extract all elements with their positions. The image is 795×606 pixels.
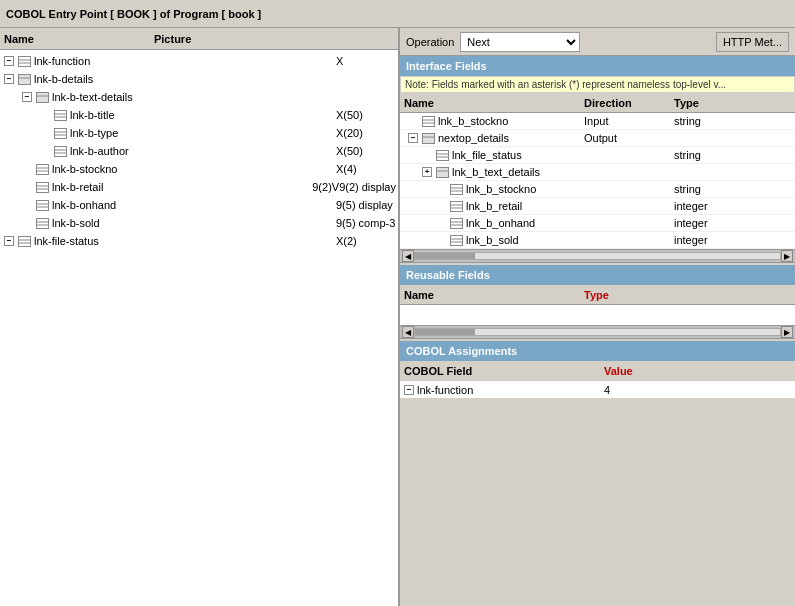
http-met-button[interactable]: HTTP Met...: [716, 32, 789, 52]
tree-item-picture: X(4): [316, 163, 396, 175]
scroll-right-arrow[interactable]: ▶: [781, 250, 793, 262]
reusable-fields-title: Reusable Fields: [406, 269, 490, 281]
toggle-minus-icon[interactable]: −: [4, 236, 14, 246]
tree-item-name: lnk-b-sold: [52, 217, 100, 229]
toggle-minus-icon[interactable]: −: [4, 74, 14, 84]
field-icon: [449, 234, 463, 246]
toggle-minus-icon[interactable]: −: [408, 133, 418, 143]
tree-row[interactable]: − lnk-b-title X(50): [0, 106, 398, 124]
svg-rect-50: [450, 235, 462, 245]
scrollbar-track[interactable]: [414, 252, 781, 260]
svg-rect-13: [54, 146, 66, 156]
col-name-header: Name: [404, 97, 584, 109]
group-icon: [435, 166, 449, 178]
svg-rect-39: [436, 167, 448, 177]
svg-rect-31: [422, 116, 434, 126]
tree-row[interactable]: − lnk-b-type X(20): [0, 124, 398, 142]
reusable-fields-table-header: Name Type: [400, 285, 795, 305]
svg-rect-19: [36, 182, 48, 192]
svg-rect-41: [450, 184, 462, 194]
iface-item-name: lnk_b_retail: [466, 200, 522, 212]
operation-label: Operation: [406, 36, 454, 48]
field-icon: [35, 181, 49, 193]
tree-item-picture: 9(5) display: [316, 199, 396, 211]
tree-item-name: lnk-b-author: [70, 145, 129, 157]
scrollbar-track[interactable]: [414, 328, 781, 336]
toggle-minus-icon[interactable]: −: [4, 56, 14, 66]
cobol-col-field-header: COBOL Field: [404, 365, 604, 377]
tree-row[interactable]: − lnk-b-retail 9(2)V9(2) display: [0, 178, 398, 196]
tree-item-name: lnk-file-status: [34, 235, 99, 247]
svg-rect-36: [436, 150, 448, 160]
tree-item-picture: X(20): [316, 127, 396, 139]
iface-item-name: lnk_b_onhand: [466, 217, 535, 229]
tree-item-name: lnk-b-title: [70, 109, 115, 121]
cobol-assignments-header: COBOL Assignments: [400, 341, 795, 361]
scrollbar-thumb[interactable]: [415, 253, 475, 259]
tree-row[interactable]: − lnk-b-details: [0, 70, 398, 88]
field-icon: [35, 199, 49, 211]
svg-rect-25: [36, 218, 48, 228]
group-icon: [17, 73, 31, 85]
interface-fields-title: Interface Fields: [406, 60, 487, 72]
tree-row[interactable]: − lnk-b-text-details: [0, 88, 398, 106]
svg-rect-3: [18, 74, 30, 84]
field-icon: [53, 145, 67, 157]
left-panel: Name Picture − lnk-function X −: [0, 28, 400, 606]
scrollbar-thumb[interactable]: [415, 329, 475, 335]
tree-row[interactable]: − lnk-b-stockno X(4): [0, 160, 398, 178]
toggle-plus-icon[interactable]: +: [422, 167, 432, 177]
iface-row[interactable]: − lnk_b_onhand integer: [400, 215, 795, 232]
reusable-fields-scrollbar[interactable]: ◀ ▶: [400, 325, 795, 339]
scroll-left-arrow[interactable]: ◀: [402, 250, 414, 262]
field-icon: [17, 55, 31, 67]
tree-container[interactable]: − lnk-function X −: [0, 50, 398, 606]
tree-row[interactable]: − lnk-b-sold 9(5) comp-3: [0, 214, 398, 232]
tree-item-picture: X(50): [316, 109, 396, 121]
tree-row[interactable]: − lnk-file-status X(2): [0, 232, 398, 250]
iface-row[interactable]: − lnk_b_retail integer: [400, 198, 795, 215]
scroll-left-arrow[interactable]: ◀: [402, 326, 414, 338]
svg-rect-0: [18, 56, 30, 66]
iface-row[interactable]: − nextop_details Output: [400, 130, 795, 147]
svg-rect-10: [54, 128, 66, 138]
field-icon: [53, 127, 67, 139]
tree-item-picture: X(50): [316, 145, 396, 157]
iface-item-name: lnk_file_status: [452, 149, 522, 161]
iface-row[interactable]: + lnk_b_text_details: [400, 164, 795, 181]
toggle-minus-icon[interactable]: −: [404, 385, 414, 395]
operation-bar: Operation Next HTTP Met...: [400, 28, 795, 56]
right-panel: Operation Next HTTP Met... Interface Fie…: [400, 28, 795, 606]
svg-rect-16: [36, 164, 48, 174]
interface-fields-table-header: Name Direction Type: [400, 93, 795, 113]
iface-row[interactable]: − lnk_b_stockno Input string: [400, 113, 795, 130]
svg-rect-5: [36, 92, 48, 102]
tree-row[interactable]: − lnk-b-author X(50): [0, 142, 398, 160]
window-title-bar: COBOL Entry Point [ BOOK ] of Program [ …: [0, 0, 795, 28]
tree-row[interactable]: − lnk-b-onhand 9(5) display: [0, 196, 398, 214]
svg-rect-34: [422, 133, 434, 143]
scroll-right-arrow[interactable]: ▶: [781, 326, 793, 338]
interface-fields-scrollbar[interactable]: ◀ ▶: [400, 249, 795, 263]
iface-type: string: [674, 149, 791, 161]
toggle-minus-icon[interactable]: −: [22, 92, 32, 102]
name-column-header: Name: [4, 33, 34, 45]
tree-item-name: lnk-b-onhand: [52, 199, 116, 211]
cobol-assignments-table-header: COBOL Field Value: [400, 361, 795, 381]
field-icon: [449, 183, 463, 195]
iface-type: string: [674, 183, 791, 195]
field-icon: [435, 149, 449, 161]
iface-row[interactable]: − lnk_b_stockno string: [400, 181, 795, 198]
interface-fields-note: Note: Fields marked with an asterisk (*)…: [400, 76, 795, 93]
cobol-value: 4: [604, 384, 791, 396]
iface-type: integer: [674, 200, 791, 212]
cobol-row[interactable]: − lnk-function 4: [400, 381, 795, 398]
operation-select[interactable]: Next: [460, 32, 580, 52]
tree-item-name: lnk-b-details: [34, 73, 93, 85]
svg-rect-7: [54, 110, 66, 120]
tree-row[interactable]: − lnk-function X: [0, 52, 398, 70]
iface-row[interactable]: − lnk_file_status string: [400, 147, 795, 164]
iface-row[interactable]: − lnk_b_sold integer: [400, 232, 795, 249]
iface-item-name: lnk_b_text_details: [452, 166, 540, 178]
tree-item-picture: 9(2)V9(2) display: [292, 181, 396, 193]
